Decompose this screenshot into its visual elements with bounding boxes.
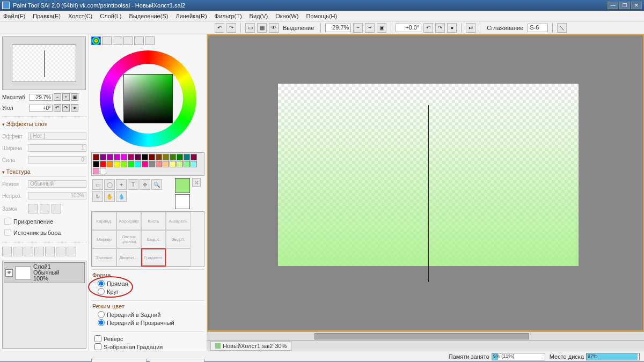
angle-reset-icon[interactable]: ● — [71, 104, 78, 112]
deselect-icon[interactable]: ▭ — [245, 23, 255, 33]
colorwheel-tab-icon[interactable] — [91, 36, 101, 45]
foreground-color[interactable] — [175, 178, 190, 193]
swatch[interactable] — [114, 161, 120, 167]
menu-selection[interactable]: Выделение(S) — [129, 13, 168, 19]
menu-canvas[interactable]: Холст(C) — [68, 13, 92, 19]
ok-button[interactable]: ОК — [91, 359, 147, 362]
scale-plus-icon[interactable]: + — [62, 93, 70, 101]
delete-layer-icon[interactable] — [45, 247, 55, 256]
new-folder-icon[interactable] — [13, 247, 23, 256]
menu-ruler[interactable]: Линейка(R) — [175, 13, 207, 19]
menu-view[interactable]: Вид(V) — [250, 13, 268, 19]
swatch[interactable] — [142, 161, 148, 167]
invert-icon[interactable]: ▦ — [257, 23, 267, 33]
swatch[interactable] — [100, 154, 106, 160]
smoothing-combo[interactable]: S-6 — [528, 24, 548, 32]
front-trans-radio[interactable] — [98, 319, 105, 326]
cancel-button[interactable]: Отмена — [150, 359, 205, 362]
swatch[interactable] — [114, 154, 120, 160]
swatch[interactable] — [163, 161, 169, 167]
rotate-left-icon[interactable]: ↶ — [423, 23, 433, 33]
mixer-tab-icon[interactable] — [123, 36, 133, 45]
scale-reset-icon[interactable]: ▣ — [71, 93, 78, 101]
scale-value[interactable]: 29.7% — [29, 94, 53, 101]
clear-icon[interactable] — [67, 247, 76, 256]
swatch[interactable] — [191, 161, 197, 167]
brush-выд.л.[interactable]: Выд.Л. — [166, 230, 191, 248]
brush-кисть[interactable]: Кисть — [141, 212, 166, 230]
zoom-fit-icon[interactable]: ▣ — [377, 23, 386, 33]
canvas-viewport[interactable] — [207, 34, 644, 331]
zoom-field[interactable]: 29.7% — [325, 24, 351, 32]
flip-icon[interactable]: ⇄ — [466, 23, 475, 33]
swatch[interactable] — [163, 154, 169, 160]
scurve-checkbox[interactable] — [94, 343, 101, 350]
move-icon[interactable]: ✥ — [140, 179, 150, 190]
brush-двоичн…[interactable]: Двоичн… — [116, 248, 141, 267]
swatch[interactable] — [177, 161, 183, 167]
lock3-icon[interactable] — [52, 204, 61, 213]
angle-right-icon[interactable]: ↷ — [62, 104, 70, 112]
brush-градиент[interactable]: Градиент — [141, 248, 166, 267]
swatch[interactable] — [184, 154, 190, 160]
lock-icon[interactable] — [28, 204, 38, 213]
swatch[interactable] — [170, 154, 176, 160]
swatch[interactable] — [156, 161, 162, 167]
angle-value[interactable]: +0° — [29, 105, 53, 112]
swatch[interactable] — [100, 161, 106, 167]
swatch[interactable] — [156, 154, 162, 160]
menu-help[interactable]: Помощь(H) — [306, 13, 337, 19]
mask-icon[interactable] — [34, 247, 44, 256]
hand-icon[interactable]: ✋ — [104, 191, 115, 202]
wand-icon[interactable]: ✦ — [116, 179, 127, 190]
swatch[interactable] — [149, 154, 155, 160]
swatch[interactable] — [107, 154, 113, 160]
swatch[interactable] — [107, 161, 113, 167]
menu-file[interactable]: Файл(F) — [3, 13, 25, 19]
swatch[interactable] — [135, 154, 141, 160]
texture-header[interactable]: Текстура — [2, 167, 86, 177]
layer-fx-header[interactable]: Эффекты слоя — [2, 119, 86, 129]
brush-выд.к.[interactable]: Выд.К. — [141, 230, 166, 248]
close-button[interactable]: ✕ — [631, 2, 642, 9]
swatch[interactable] — [93, 154, 99, 160]
new-layer-icon[interactable] — [2, 247, 12, 256]
angle-left-icon[interactable]: ↶ — [54, 104, 61, 112]
swatch[interactable] — [100, 168, 106, 174]
swatch[interactable] — [121, 161, 127, 167]
swatch[interactable] — [128, 161, 134, 167]
brush-[interactable] — [166, 248, 191, 267]
swatch[interactable] — [177, 154, 183, 160]
menu-window[interactable]: Окно(W) — [275, 13, 298, 19]
fx-effect-field[interactable]: [ Нет ] — [28, 132, 86, 140]
swatch[interactable] — [191, 154, 197, 160]
swatch[interactable] — [149, 161, 155, 167]
lock2-icon[interactable] — [40, 204, 49, 213]
swatch[interactable] — [142, 154, 148, 160]
swatch[interactable] — [135, 161, 141, 167]
maximize-button[interactable]: ❐ — [619, 2, 630, 9]
navigator[interactable] — [2, 36, 86, 90]
rotate-right-icon[interactable]: ↷ — [435, 23, 445, 33]
tex-opacity-field[interactable]: 100% — [28, 192, 86, 200]
form-circle-radio[interactable] — [98, 288, 105, 295]
brush-icon[interactable]: ＼ — [557, 23, 567, 33]
scale-minus-icon[interactable]: − — [54, 93, 61, 101]
front-back-radio[interactable] — [98, 311, 105, 318]
swatch[interactable] — [170, 161, 176, 167]
src-checkbox[interactable] — [4, 229, 11, 236]
new-vector-icon[interactable] — [24, 247, 33, 256]
brush-ластик цпонжа[interactable]: Ластик цпонжа — [116, 230, 141, 248]
menu-filter[interactable]: Фильтр(T) — [215, 13, 242, 19]
angle-field[interactable]: +0.0° — [396, 24, 421, 32]
brush-каранд.[interactable]: Каранд. — [92, 212, 116, 230]
showsel-icon[interactable]: 👁 — [269, 23, 279, 33]
lasso-icon[interactable]: ◯ — [104, 179, 115, 190]
swatch-tab-icon[interactable] — [134, 36, 144, 45]
picker-icon[interactable]: 💧 — [116, 191, 127, 202]
undo-icon[interactable]: ↶ — [215, 23, 224, 33]
redo-icon[interactable]: ↷ — [226, 23, 236, 33]
layer-item[interactable]: 👁 Слой1 Обычный 100% — [4, 262, 85, 283]
color-wheel[interactable] — [100, 50, 196, 147]
zoom-in-icon[interactable]: + — [365, 23, 375, 33]
